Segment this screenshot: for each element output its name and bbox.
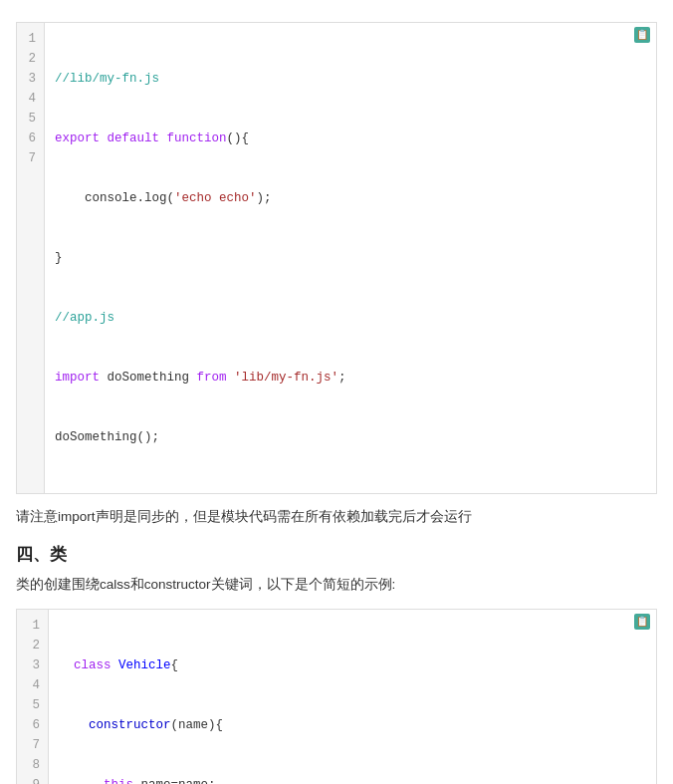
line-numbers-1: 1 2 3 4 5 6 7 [17, 23, 45, 493]
heading-1: 四、类 [16, 543, 657, 566]
text-1: 请注意import声明是同步的，但是模块代码需在所有依赖加载完后才会运行 [16, 506, 657, 529]
copy-button-1[interactable]: 📋 [634, 27, 650, 43]
code-block-2: 1 2 3 4 5 6 7 8 9 10 11 class Vehicle{ c… [16, 609, 657, 784]
code-content-2: class Vehicle{ constructor(name){ this.n… [49, 610, 656, 784]
page-content: 1 2 3 4 5 6 7 //lib/my-fn.js export defa… [0, 0, 673, 784]
line-numbers-2: 1 2 3 4 5 6 7 8 9 10 11 [17, 610, 49, 784]
code-content-1: //lib/my-fn.js export default function()… [45, 23, 656, 493]
code-block-1: 1 2 3 4 5 6 7 //lib/my-fn.js export defa… [16, 22, 657, 494]
copy-button-2[interactable]: 📋 [634, 614, 650, 630]
text-2: 类的创建围绕calss和constructor关键词，以下是个简短的示例: [16, 574, 657, 597]
